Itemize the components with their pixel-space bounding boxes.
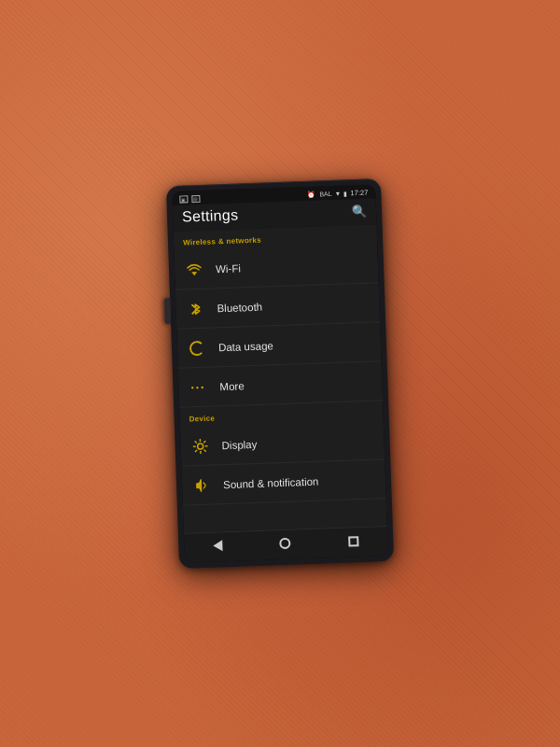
settings-item-sound[interactable]: Sound & notification xyxy=(181,459,385,506)
sound-icon xyxy=(195,477,209,492)
more-dots-icon: ••• xyxy=(191,382,206,392)
more-icon-wrapper: ••• xyxy=(188,382,208,392)
svg-line-9 xyxy=(195,450,196,451)
display-icon xyxy=(192,438,208,454)
alarm-icon: ⏰ xyxy=(307,190,315,198)
status-bal-label: BAL xyxy=(319,190,331,197)
side-button[interactable] xyxy=(164,298,171,324)
bluetooth-label: Bluetooth xyxy=(217,301,262,314)
data-usage-label: Data usage xyxy=(218,340,273,353)
svg-marker-0 xyxy=(191,272,197,275)
data-usage-icon xyxy=(189,340,205,356)
battery-icon: ▮ xyxy=(343,190,346,197)
status-left-icons: ▣ ▤ xyxy=(179,194,200,203)
svg-line-8 xyxy=(204,441,205,442)
data-usage-icon-wrapper xyxy=(187,340,208,356)
more-label: More xyxy=(219,380,245,392)
status-time: 17:27 xyxy=(350,189,368,198)
bluetooth-icon-wrapper xyxy=(185,301,206,317)
sound-icon-wrapper xyxy=(191,477,213,493)
screen: ▣ ▤ ⏰ BAL ▾ ▮ 17:27 Settings 🔍 Wir xyxy=(172,184,388,562)
status-right-info: ⏰ BAL ▾ ▮ 17:27 xyxy=(307,189,368,199)
home-icon xyxy=(280,538,291,549)
wifi-label: Wi-Fi xyxy=(216,262,241,275)
display-label: Display xyxy=(221,438,257,450)
device-body: ▣ ▤ ⏰ BAL ▾ ▮ 17:27 Settings 🔍 Wir xyxy=(166,178,394,569)
page-title: Settings xyxy=(182,206,239,225)
wifi-status-icon: ▾ xyxy=(335,190,339,198)
svg-line-7 xyxy=(204,449,205,450)
wifi-icon xyxy=(187,263,202,276)
bluetooth-icon xyxy=(189,301,203,316)
back-icon xyxy=(213,540,222,551)
nav-bar xyxy=(184,526,388,563)
display-icon-wrapper xyxy=(189,438,211,454)
wifi-icon-wrapper xyxy=(184,263,204,276)
recent-button[interactable] xyxy=(341,533,367,551)
tv-icon: ▣ xyxy=(179,195,188,203)
sound-label: Sound & notification xyxy=(223,475,319,490)
device-wrapper: ▣ ▤ ⏰ BAL ▾ ▮ 17:27 Settings 🔍 Wir xyxy=(166,178,394,569)
recent-icon xyxy=(348,536,358,546)
home-button[interactable] xyxy=(273,535,300,554)
sd-icon: ▤ xyxy=(191,194,200,202)
svg-line-6 xyxy=(195,441,196,442)
svg-point-1 xyxy=(198,443,203,448)
back-button[interactable] xyxy=(205,538,231,557)
search-icon[interactable]: 🔍 xyxy=(352,204,368,218)
settings-content: Wireless & networks Wi-Fi xyxy=(174,224,387,532)
